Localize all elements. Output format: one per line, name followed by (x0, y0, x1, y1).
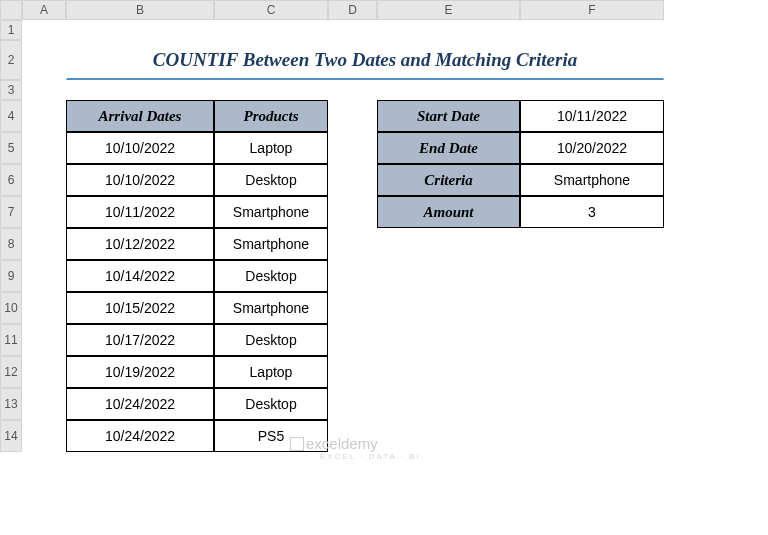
row-header-10[interactable]: 10 (0, 292, 22, 324)
row-header-5[interactable]: 5 (0, 132, 22, 164)
value-end-date[interactable]: 10/20/2022 (520, 132, 664, 164)
cell-B11[interactable]: 10/17/2022 (66, 324, 214, 356)
spreadsheet-grid: A B C D E F 1 2 3 4 5 6 7 8 9 10 11 12 1… (0, 0, 768, 452)
label-start-date[interactable]: Start Date (377, 100, 520, 132)
col-header-F[interactable]: F (520, 0, 664, 20)
row-header-3[interactable]: 3 (0, 80, 22, 100)
cell-C7[interactable]: Smartphone (214, 196, 328, 228)
col-header-E[interactable]: E (377, 0, 520, 20)
value-criteria[interactable]: Smartphone (520, 164, 664, 196)
cell-B6[interactable]: 10/10/2022 (66, 164, 214, 196)
row-header-13[interactable]: 13 (0, 388, 22, 420)
col-header-A[interactable]: A (22, 0, 66, 20)
value-start-date[interactable]: 10/11/2022 (520, 100, 664, 132)
cell-C12[interactable]: Laptop (214, 356, 328, 388)
cell-B14[interactable]: 10/24/2022 (66, 420, 214, 452)
row-header-1[interactable]: 1 (0, 20, 22, 40)
row-header-2[interactable]: 2 (0, 40, 22, 80)
row-header-11[interactable]: 11 (0, 324, 22, 356)
cell-B8[interactable]: 10/12/2022 (66, 228, 214, 260)
row-header-6[interactable]: 6 (0, 164, 22, 196)
select-all-corner[interactable] (0, 0, 22, 20)
row-header-9[interactable]: 9 (0, 260, 22, 292)
table1-header-arrival[interactable]: Arrival Dates (66, 100, 214, 132)
row-header-8[interactable]: 8 (0, 228, 22, 260)
col-header-C[interactable]: C (214, 0, 328, 20)
cell-C14[interactable]: PS5 (214, 420, 328, 452)
cell-C11[interactable]: Desktop (214, 324, 328, 356)
cell-B9[interactable]: 10/14/2022 (66, 260, 214, 292)
watermark-subtext: EXCEL · DATA · BI (320, 452, 421, 461)
value-amount[interactable]: 3 (520, 196, 664, 228)
label-amount[interactable]: Amount (377, 196, 520, 228)
label-criteria[interactable]: Criteria (377, 164, 520, 196)
cell-B12[interactable]: 10/19/2022 (66, 356, 214, 388)
col-header-D[interactable]: D (328, 0, 377, 20)
row-header-4[interactable]: 4 (0, 100, 22, 132)
table1-header-products[interactable]: Products (214, 100, 328, 132)
cell-C10[interactable]: Smartphone (214, 292, 328, 324)
cell-B5[interactable]: 10/10/2022 (66, 132, 214, 164)
row-header-12[interactable]: 12 (0, 356, 22, 388)
col-header-B[interactable]: B (66, 0, 214, 20)
cell-B7[interactable]: 10/11/2022 (66, 196, 214, 228)
cell-C6[interactable]: Desktop (214, 164, 328, 196)
cell-B10[interactable]: 10/15/2022 (66, 292, 214, 324)
cell-B13[interactable]: 10/24/2022 (66, 388, 214, 420)
row-header-14[interactable]: 14 (0, 420, 22, 452)
row-header-7[interactable]: 7 (0, 196, 22, 228)
label-end-date[interactable]: End Date (377, 132, 520, 164)
cell-C5[interactable]: Laptop (214, 132, 328, 164)
page-title[interactable]: COUNTIF Between Two Dates and Matching C… (66, 40, 664, 80)
cell-C13[interactable]: Desktop (214, 388, 328, 420)
cell-C9[interactable]: Desktop (214, 260, 328, 292)
cell-C8[interactable]: Smartphone (214, 228, 328, 260)
